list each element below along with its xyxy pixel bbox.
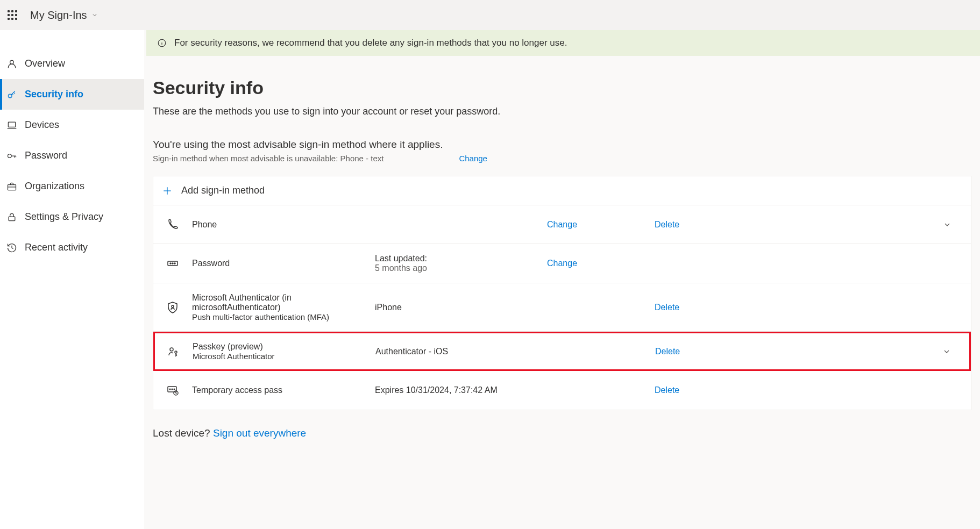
- method-detail-sub: 5 months ago: [375, 263, 547, 273]
- sidebar-item-settings-privacy[interactable]: Settings & Privacy: [0, 202, 144, 232]
- history-icon: [6, 242, 17, 253]
- method-detail: Expires 10/31/2024, 7:37:42 AM: [375, 385, 547, 395]
- svg-point-19: [169, 389, 171, 390]
- briefcase-icon: [6, 181, 17, 192]
- passkey-icon: [167, 345, 193, 358]
- authenticator-delete-link[interactable]: Delete: [655, 303, 936, 312]
- person-icon: [6, 59, 17, 69]
- default-method-text: Sign-in method when most advisable is un…: [153, 154, 384, 163]
- svg-point-17: [175, 351, 177, 353]
- svg-point-12: [170, 263, 171, 264]
- sidebar-item-label: Password: [25, 150, 67, 161]
- password-key-icon: [6, 151, 17, 161]
- svg-point-20: [172, 389, 173, 390]
- method-label: Temporary access pass: [192, 385, 375, 395]
- method-detail: iPhone: [375, 303, 547, 312]
- sidebar-item-label: Settings & Privacy: [25, 211, 103, 223]
- method-sublabel: Push multi-factor authentication (MFA): [192, 312, 375, 321]
- sidebar-item-security-info[interactable]: Security info: [0, 79, 144, 110]
- header: My Sign-Ins: [0, 0, 980, 30]
- lock-icon: [6, 212, 17, 223]
- page-title: Security info: [153, 77, 971, 98]
- svg-rect-4: [8, 184, 16, 190]
- method-label: Password: [192, 259, 375, 268]
- sidebar-item-overview[interactable]: Overview: [0, 48, 144, 79]
- laptop-icon: [6, 120, 17, 131]
- lost-device-section: Lost device? Sign out everywhere: [153, 427, 971, 439]
- svg-point-15: [172, 305, 174, 308]
- chevron-down-icon: [91, 12, 98, 18]
- phone-change-link[interactable]: Change: [547, 220, 655, 230]
- info-icon: [157, 38, 167, 48]
- password-change-link[interactable]: Change: [547, 259, 655, 268]
- method-row-tap: Temporary access pass Expires 10/31/2024…: [153, 371, 971, 410]
- password-icon: [166, 257, 192, 270]
- tap-icon: [166, 384, 192, 397]
- svg-point-21: [174, 389, 175, 390]
- app-launcher-icon[interactable]: [8, 10, 17, 20]
- add-method-label: Add sign-in method: [181, 185, 265, 196]
- tap-delete-link[interactable]: Delete: [655, 385, 936, 395]
- svg-rect-2: [8, 122, 15, 127]
- method-sublabel: Microsoft Authenticator: [193, 352, 375, 361]
- svg-point-13: [172, 263, 173, 264]
- method-detail: Authenticator - iOS: [375, 347, 548, 356]
- phone-delete-link[interactable]: Delete: [655, 220, 936, 230]
- method-label: Phone: [192, 220, 375, 230]
- sidebar-item-organizations[interactable]: Organizations: [0, 171, 144, 202]
- svg-point-16: [170, 348, 173, 351]
- chevron-down-icon: [943, 220, 951, 229]
- change-default-link[interactable]: Change: [459, 154, 487, 163]
- sidebar-item-label: Organizations: [25, 181, 84, 192]
- lost-device-label: Lost device?: [153, 427, 210, 439]
- sidebar-item-label: Overview: [25, 58, 65, 69]
- method-label: Passkey (preview): [193, 342, 375, 352]
- method-row-passkey: Passkey (preview) Microsoft Authenticato…: [153, 332, 971, 371]
- svg-rect-5: [9, 217, 15, 221]
- sidebar-item-recent-activity[interactable]: Recent activity: [0, 232, 144, 263]
- info-banner: For security reasons, we recommend that …: [146, 30, 980, 56]
- page-subtitle: These are the methods you use to sign in…: [153, 106, 971, 117]
- advisable-text: You're using the most advisable sign-in …: [153, 139, 971, 151]
- svg-point-0: [10, 60, 14, 64]
- method-detail: Last updated:: [375, 254, 547, 263]
- sidebar: Overview Security info Devices Password …: [0, 30, 144, 529]
- sidebar-item-devices[interactable]: Devices: [0, 110, 144, 140]
- header-title-dropdown[interactable]: My Sign-Ins: [30, 9, 98, 22]
- sidebar-item-label: Security info: [25, 89, 83, 100]
- svg-point-3: [8, 154, 12, 158]
- passkey-delete-link[interactable]: Delete: [655, 347, 936, 356]
- sign-out-everywhere-link[interactable]: Sign out everywhere: [213, 427, 306, 439]
- add-method-button[interactable]: Add sign-in method: [153, 176, 971, 205]
- phone-icon: [166, 218, 192, 231]
- chevron-down-icon: [942, 347, 951, 356]
- banner-text: For security reasons, we recommend that …: [174, 38, 567, 48]
- method-label: Microsoft Authenticator (in microsoftAut…: [192, 293, 375, 312]
- header-title-text: My Sign-Ins: [30, 9, 87, 22]
- methods-list: Add sign-in method Phone Change Delete: [153, 176, 971, 410]
- method-row-authenticator: Microsoft Authenticator (in microsoftAut…: [153, 283, 971, 332]
- key-icon: [6, 89, 17, 100]
- svg-point-14: [174, 263, 175, 264]
- plus-icon: [162, 185, 173, 196]
- sidebar-item-label: Recent activity: [25, 242, 88, 253]
- authenticator-icon: [166, 301, 192, 314]
- phone-expand[interactable]: [936, 220, 958, 229]
- sidebar-item-label: Devices: [25, 119, 59, 131]
- passkey-expand[interactable]: [936, 347, 957, 356]
- method-row-password: Password Last updated: 5 months ago Chan…: [153, 244, 971, 283]
- main-content: For security reasons, we recommend that …: [144, 30, 980, 529]
- method-row-phone: Phone Change Delete: [153, 205, 971, 244]
- sidebar-item-password[interactable]: Password: [0, 140, 144, 171]
